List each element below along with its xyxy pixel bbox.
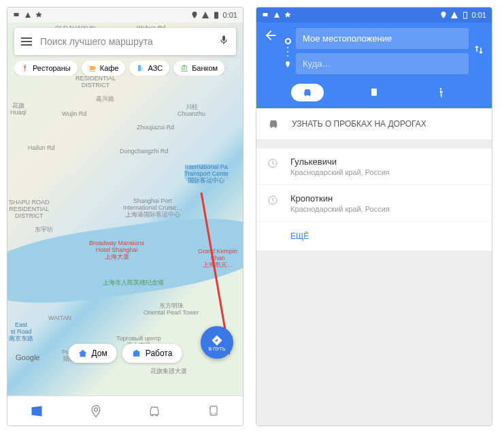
- map-label: Broadway Mansions Hotel Shanghai 上海大厦: [89, 240, 144, 261]
- route-dots: [284, 31, 292, 71]
- map-label: Dongchangzhi Rd: [120, 148, 169, 155]
- coffee-icon: [88, 64, 97, 72]
- svg-point-3: [211, 413, 212, 414]
- mic-icon[interactable]: [218, 35, 229, 48]
- map-label: 川柱 Chuanzhu: [178, 104, 205, 118]
- status-icon: [262, 11, 270, 19]
- map-label: 嘉兴路: [96, 96, 114, 103]
- gas-icon: [136, 64, 144, 72]
- signal-icon: [201, 11, 209, 19]
- svg-rect-7: [371, 88, 377, 96]
- svg-rect-0: [14, 13, 19, 16]
- work-chip[interactable]: Работа: [122, 344, 182, 363]
- google-logo: Google: [16, 353, 39, 361]
- fork-knife-icon: [21, 64, 29, 72]
- nav-explore[interactable]: [7, 396, 67, 425]
- bank-icon: [180, 64, 188, 72]
- nav-saved[interactable]: [67, 396, 126, 425]
- bottom-nav: [7, 396, 243, 425]
- svg-point-8: [440, 88, 442, 90]
- map-label: WAITAN: [48, 315, 71, 322]
- car-icon: [267, 118, 280, 130]
- travel-mode-tabs: [256, 80, 492, 108]
- map-label: Zhoujiazui Rd: [137, 125, 174, 131]
- map-label: Grand Kempin Shan 上海凯宾…: [198, 248, 237, 269]
- location-icon: [190, 11, 199, 19]
- svg-rect-6: [463, 12, 467, 18]
- recent-item[interactable]: Кропоткин Краснодарский край, Россия: [256, 185, 492, 222]
- clock-icon: [267, 158, 278, 169]
- map-label: Hailun Rd: [28, 145, 55, 152]
- map-label: 上海市人民英雄纪念塔: [103, 280, 164, 287]
- traffic-card[interactable]: УЗНАТЬ О ПРОБКАХ НА ДОРОГАХ: [256, 108, 492, 140]
- map-label: RESIDENTIAL DISTRICT: [75, 76, 116, 89]
- directions-header: Мое местоположение Куда…: [256, 22, 492, 108]
- svg-rect-5: [263, 13, 268, 16]
- back-button[interactable]: [263, 28, 278, 46]
- status-bar: 0:01: [256, 7, 492, 22]
- chip-bank[interactable]: Банком: [173, 61, 224, 76]
- chip-restaurants[interactable]: Рестораны: [14, 61, 78, 76]
- status-bar: 0:01: [7, 7, 243, 22]
- chip-gas[interactable]: АЗС: [129, 61, 169, 76]
- map-label: 东方明珠 Oriental Pearl Tower: [144, 303, 199, 317]
- chip-cafe[interactable]: Кафе: [82, 61, 126, 76]
- directions-fab[interactable]: В ПУТЬ: [201, 326, 233, 359]
- mode-car[interactable]: [291, 84, 324, 101]
- status-icon: [13, 11, 21, 19]
- status-icon: [273, 11, 281, 19]
- destination-input[interactable]: Куда…: [296, 53, 469, 74]
- map-label: Wujin Rd: [62, 111, 86, 118]
- status-icon: [24, 11, 32, 19]
- swap-button[interactable]: [473, 44, 485, 59]
- map-label: SHAPU ROAD RESIDENTIAL DISTRICT: [9, 199, 50, 220]
- map-label: 花旗集团大厦: [150, 368, 187, 375]
- empty-area: [256, 251, 492, 425]
- map-label: Shanghai Port International Cruise… 上海港国…: [123, 198, 182, 219]
- status-icon: [35, 11, 43, 19]
- phone-map: 0:01 OLD NANXUN Wuhua Rd RESIDENTIAL DIS…: [7, 7, 243, 426]
- battery-icon: [461, 11, 469, 19]
- signal-icon: [450, 11, 458, 19]
- origin-input[interactable]: Мое местоположение: [296, 28, 469, 49]
- mode-transit[interactable]: [358, 84, 390, 101]
- nav-drive[interactable]: [125, 396, 184, 425]
- status-time: 0:01: [472, 11, 486, 19]
- menu-icon[interactable]: [21, 37, 32, 46]
- map-label: 东宇坊: [35, 227, 53, 233]
- recent-list: Гулькевичи Краснодарский край, Россия Кр…: [256, 148, 492, 251]
- directions-icon: [211, 334, 223, 347]
- svg-rect-2: [210, 406, 217, 415]
- home-chip[interactable]: Дом: [69, 344, 117, 363]
- clock-icon: [267, 195, 278, 206]
- location-icon: [439, 11, 448, 19]
- search-bar[interactable]: Поиск лучшего маршрута: [14, 28, 236, 55]
- category-chips: Рестораны Кафе АЗС Банком: [14, 61, 243, 76]
- nav-transit[interactable]: [184, 396, 243, 425]
- battery-icon: [212, 11, 220, 19]
- map-label: 花旗 Huaqi: [10, 103, 27, 116]
- svg-point-4: [214, 413, 216, 414]
- phone-directions: 0:01 Мое местоположение Куда…: [256, 7, 492, 426]
- mode-walk[interactable]: [424, 84, 457, 101]
- home-icon: [78, 349, 88, 358]
- map-label: International Pa Transport Cente 国际客运中心: [184, 164, 229, 184]
- home-work-chips: Дом Работа: [69, 344, 182, 363]
- more-button[interactable]: ЕЩЁ: [256, 222, 492, 251]
- map-canvas[interactable]: OLD NANXUN Wuhua Rd RESIDENTIAL DISTRICT…: [7, 22, 243, 396]
- status-icon: [284, 11, 292, 19]
- briefcase-icon: [132, 349, 141, 358]
- search-placeholder: Поиск лучшего маршрута: [40, 36, 210, 47]
- status-time: 0:01: [223, 11, 237, 19]
- recent-item[interactable]: Гулькевичи Краснодарский край, Россия: [256, 148, 492, 185]
- map-label: East st Road 南京东路: [9, 322, 33, 342]
